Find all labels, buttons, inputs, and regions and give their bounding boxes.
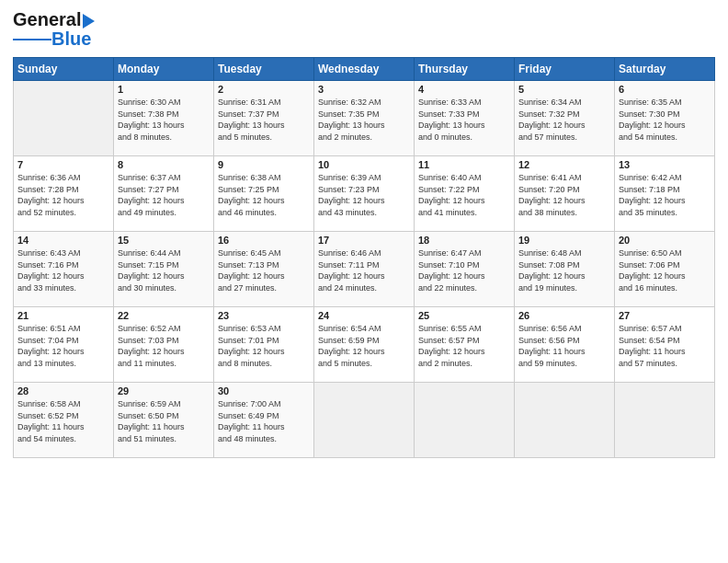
- cell-content: Sunrise: 6:30 AM Sunset: 7:38 PM Dayligh…: [118, 97, 210, 143]
- calendar-cell: 14Sunrise: 6:43 AM Sunset: 7:16 PM Dayli…: [14, 232, 114, 307]
- calendar-cell: [615, 383, 715, 458]
- col-header-friday: Friday: [515, 58, 615, 81]
- calendar-cell: [314, 383, 415, 458]
- col-header-monday: Monday: [114, 58, 214, 81]
- cell-content: Sunrise: 6:36 AM Sunset: 7:28 PM Dayligh…: [17, 172, 109, 218]
- cell-content: Sunrise: 6:33 AM Sunset: 7:33 PM Dayligh…: [418, 97, 510, 143]
- calendar-cell: 23Sunrise: 6:53 AM Sunset: 7:01 PM Dayli…: [214, 307, 314, 383]
- day-number: 28: [17, 385, 109, 396]
- header-row: SundayMondayTuesdayWednesdayThursdayFrid…: [14, 58, 715, 81]
- day-number: 26: [518, 310, 610, 321]
- calendar-cell: 11Sunrise: 6:40 AM Sunset: 7:22 PM Dayli…: [415, 156, 515, 232]
- day-number: 19: [518, 235, 610, 246]
- day-number: 23: [218, 310, 310, 321]
- day-number: 14: [17, 235, 109, 246]
- day-number: 8: [118, 159, 210, 170]
- cell-content: Sunrise: 6:32 AM Sunset: 7:35 PM Dayligh…: [318, 97, 410, 143]
- calendar-cell: 18Sunrise: 6:47 AM Sunset: 7:10 PM Dayli…: [415, 232, 515, 307]
- cell-content: Sunrise: 6:43 AM Sunset: 7:16 PM Dayligh…: [17, 247, 109, 293]
- day-number: 17: [318, 235, 410, 246]
- cell-content: Sunrise: 6:44 AM Sunset: 7:15 PM Dayligh…: [118, 247, 210, 293]
- calendar-cell: 2Sunrise: 6:31 AM Sunset: 7:37 PM Daylig…: [214, 81, 314, 156]
- calendar-container: General Blue SundayMondayTuesdayWednesda…: [0, 0, 728, 563]
- calendar-row: 28Sunrise: 6:58 AM Sunset: 6:52 PM Dayli…: [14, 383, 715, 458]
- cell-content: Sunrise: 6:39 AM Sunset: 7:23 PM Dayligh…: [318, 172, 410, 218]
- calendar-cell: 26Sunrise: 6:56 AM Sunset: 6:56 PM Dayli…: [515, 307, 615, 383]
- col-header-wednesday: Wednesday: [314, 58, 415, 81]
- calendar-row: 21Sunrise: 6:51 AM Sunset: 7:04 PM Dayli…: [14, 307, 715, 383]
- logo: General Blue: [13, 9, 95, 50]
- calendar-cell: 19Sunrise: 6:48 AM Sunset: 7:08 PM Dayli…: [515, 232, 615, 307]
- day-number: 15: [118, 235, 210, 246]
- cell-content: Sunrise: 6:46 AM Sunset: 7:11 PM Dayligh…: [318, 247, 410, 293]
- day-number: 25: [418, 310, 510, 321]
- day-number: 30: [218, 385, 310, 396]
- calendar-cell: 8Sunrise: 6:37 AM Sunset: 7:27 PM Daylig…: [114, 156, 214, 232]
- day-number: 10: [318, 159, 410, 170]
- calendar-cell: 20Sunrise: 6:50 AM Sunset: 7:06 PM Dayli…: [615, 232, 715, 307]
- calendar-cell: 13Sunrise: 6:42 AM Sunset: 7:18 PM Dayli…: [615, 156, 715, 232]
- calendar-cell: 3Sunrise: 6:32 AM Sunset: 7:35 PM Daylig…: [314, 81, 415, 156]
- cell-content: Sunrise: 6:47 AM Sunset: 7:10 PM Dayligh…: [418, 247, 510, 293]
- day-number: 11: [418, 159, 510, 170]
- day-number: 13: [619, 159, 711, 170]
- day-number: 29: [118, 385, 210, 396]
- calendar-cell: 15Sunrise: 6:44 AM Sunset: 7:15 PM Dayli…: [114, 232, 214, 307]
- calendar-cell: 9Sunrise: 6:38 AM Sunset: 7:25 PM Daylig…: [214, 156, 314, 232]
- calendar-cell: 1Sunrise: 6:30 AM Sunset: 7:38 PM Daylig…: [114, 81, 214, 156]
- logo-arrow-icon: [83, 14, 95, 29]
- day-number: 16: [218, 235, 310, 246]
- day-number: 2: [218, 84, 310, 95]
- calendar-cell: 25Sunrise: 6:55 AM Sunset: 6:57 PM Dayli…: [415, 307, 515, 383]
- calendar-cell: 12Sunrise: 6:41 AM Sunset: 7:20 PM Dayli…: [515, 156, 615, 232]
- calendar-body: 1Sunrise: 6:30 AM Sunset: 7:38 PM Daylig…: [14, 81, 715, 458]
- day-number: 21: [17, 310, 109, 321]
- calendar-cell: 16Sunrise: 6:45 AM Sunset: 7:13 PM Dayli…: [214, 232, 314, 307]
- calendar-cell: 17Sunrise: 6:46 AM Sunset: 7:11 PM Dayli…: [314, 232, 415, 307]
- calendar-cell: 28Sunrise: 6:58 AM Sunset: 6:52 PM Dayli…: [14, 383, 114, 458]
- calendar-cell: 5Sunrise: 6:34 AM Sunset: 7:32 PM Daylig…: [515, 81, 615, 156]
- logo-blue: Blue: [51, 29, 91, 50]
- calendar-cell: [515, 383, 615, 458]
- cell-content: Sunrise: 6:34 AM Sunset: 7:32 PM Dayligh…: [518, 97, 610, 143]
- calendar-cell: [14, 81, 114, 156]
- day-number: 3: [318, 84, 410, 95]
- day-number: 20: [619, 235, 711, 246]
- cell-content: Sunrise: 6:53 AM Sunset: 7:01 PM Dayligh…: [218, 323, 310, 369]
- logo-general: General: [13, 9, 81, 30]
- cell-content: Sunrise: 6:48 AM Sunset: 7:08 PM Dayligh…: [518, 247, 610, 293]
- calendar-row: 7Sunrise: 6:36 AM Sunset: 7:28 PM Daylig…: [14, 156, 715, 232]
- cell-content: Sunrise: 6:35 AM Sunset: 7:30 PM Dayligh…: [619, 97, 711, 143]
- cell-content: Sunrise: 6:55 AM Sunset: 6:57 PM Dayligh…: [418, 323, 510, 369]
- calendar-cell: 30Sunrise: 7:00 AM Sunset: 6:49 PM Dayli…: [214, 383, 314, 458]
- day-number: 1: [118, 84, 210, 95]
- day-number: 6: [619, 84, 711, 95]
- day-number: 5: [518, 84, 610, 95]
- col-header-saturday: Saturday: [615, 58, 715, 81]
- calendar-cell: 7Sunrise: 6:36 AM Sunset: 7:28 PM Daylig…: [14, 156, 114, 232]
- calendar-cell: 22Sunrise: 6:52 AM Sunset: 7:03 PM Dayli…: [114, 307, 214, 383]
- cell-content: Sunrise: 6:37 AM Sunset: 7:27 PM Dayligh…: [118, 172, 210, 218]
- calendar-row: 1Sunrise: 6:30 AM Sunset: 7:38 PM Daylig…: [14, 81, 715, 156]
- calendar-cell: 27Sunrise: 6:57 AM Sunset: 6:54 PM Dayli…: [615, 307, 715, 383]
- calendar-row: 14Sunrise: 6:43 AM Sunset: 7:16 PM Dayli…: [14, 232, 715, 307]
- cell-content: Sunrise: 6:50 AM Sunset: 7:06 PM Dayligh…: [619, 247, 711, 293]
- day-number: 4: [418, 84, 510, 95]
- col-header-thursday: Thursday: [415, 58, 515, 81]
- cell-content: Sunrise: 7:00 AM Sunset: 6:49 PM Dayligh…: [218, 398, 310, 444]
- cell-content: Sunrise: 6:54 AM Sunset: 6:59 PM Dayligh…: [318, 323, 410, 369]
- col-header-sunday: Sunday: [14, 58, 114, 81]
- cell-content: Sunrise: 6:42 AM Sunset: 7:18 PM Dayligh…: [619, 172, 711, 218]
- calendar-cell: [415, 383, 515, 458]
- day-number: 18: [418, 235, 510, 246]
- col-header-tuesday: Tuesday: [214, 58, 314, 81]
- calendar-cell: 4Sunrise: 6:33 AM Sunset: 7:33 PM Daylig…: [415, 81, 515, 156]
- cell-content: Sunrise: 6:59 AM Sunset: 6:50 PM Dayligh…: [118, 398, 210, 444]
- calendar-cell: 6Sunrise: 6:35 AM Sunset: 7:30 PM Daylig…: [615, 81, 715, 156]
- cell-content: Sunrise: 6:31 AM Sunset: 7:37 PM Dayligh…: [218, 97, 310, 143]
- day-number: 24: [318, 310, 410, 321]
- cell-content: Sunrise: 6:57 AM Sunset: 6:54 PM Dayligh…: [619, 323, 711, 369]
- calendar-table: SundayMondayTuesdayWednesdayThursdayFrid…: [13, 57, 715, 458]
- cell-content: Sunrise: 6:56 AM Sunset: 6:56 PM Dayligh…: [518, 323, 610, 369]
- cell-content: Sunrise: 6:51 AM Sunset: 7:04 PM Dayligh…: [17, 323, 109, 369]
